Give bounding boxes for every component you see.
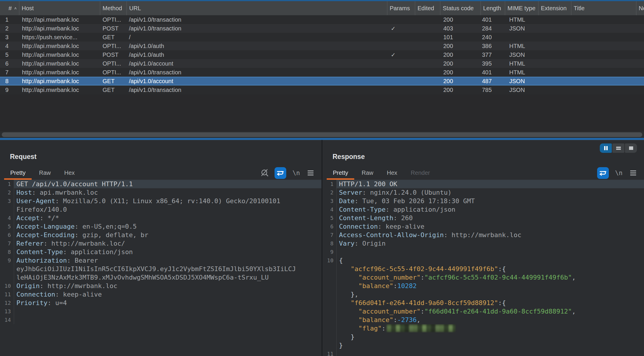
cell-url: /api/v1.0/auth: [127, 43, 387, 49]
cell-method: OPTI...: [100, 43, 127, 49]
line-content: Accept-Language: en-US,en;q=0.5: [14, 222, 321, 231]
cell-params: ✓: [387, 52, 415, 58]
cell-len: 401: [481, 69, 505, 76]
line-content: Priority: u=4: [14, 299, 321, 307]
column-header-num[interactable]: #∧: [0, 1, 19, 15]
layout-rows-button[interactable]: [612, 143, 624, 153]
editor-line: "balance":-2736,: [323, 316, 644, 324]
table-row[interactable]: 2http://api.mwrbank.locPOST/api/v1.0/tra…: [0, 24, 644, 33]
cell-method: POST: [100, 25, 127, 32]
panel-splitter-handle[interactable]: [0, 138, 644, 140]
line-number: [323, 282, 337, 290]
cell-method: OPTI...: [100, 60, 127, 67]
column-header-title[interactable]: Title: [571, 1, 636, 15]
line-number: 13: [0, 307, 14, 316]
request-tab-pretty[interactable]: Pretty: [4, 166, 32, 180]
cell-params: ✓: [387, 25, 415, 32]
response-tab-pretty[interactable]: Pretty: [326, 166, 355, 180]
cell-status: 200: [440, 87, 481, 93]
newline-chars-icon[interactable]: \n: [614, 169, 623, 177]
column-header-mime[interactable]: MIME type: [505, 1, 539, 15]
column-header-method[interactable]: Method: [100, 1, 127, 15]
editor-menu-icon[interactable]: [306, 169, 315, 177]
line-content: Authorization: Bearer: [14, 256, 321, 265]
table-row[interactable]: 5http://api.mwrbank.locPOST/api/v1.0/aut…: [0, 50, 644, 59]
request-editor[interactable]: 1GET /api/v1.0/account HTTP/1.12Host: ap…: [0, 180, 321, 356]
request-tab-raw[interactable]: Raw: [32, 166, 57, 180]
column-header-url[interactable]: URL: [127, 1, 387, 15]
editor-menu-icon[interactable]: [629, 169, 638, 177]
cell-url: /api/v1.0/account: [127, 78, 387, 85]
column-header-edited[interactable]: Edited: [415, 1, 440, 15]
cell-status: 200: [440, 60, 481, 67]
line-number: [323, 265, 337, 273]
cell-host: http://api.mwrbank.loc: [19, 43, 100, 49]
column-header-status[interactable]: Status code: [440, 1, 481, 15]
word-wrap-icon[interactable]: [275, 167, 286, 179]
line-content: {: [337, 256, 644, 265]
cell-status: 200: [440, 43, 481, 49]
editor-line: 5Content-Length: 260: [323, 214, 644, 222]
column-header-host[interactable]: Host: [19, 1, 100, 15]
cell-method: GET: [100, 34, 127, 41]
response-tab-render[interactable]: Render: [404, 166, 437, 180]
cell-len: 395: [481, 60, 505, 67]
request-editor-toolbar: \n: [260, 166, 315, 180]
editor-line: "balance":10282: [323, 282, 644, 290]
word-wrap-icon[interactable]: [597, 167, 609, 179]
cell-url: /api/v1.0/transaction: [127, 69, 387, 76]
table-row[interactable]: 4http://api.mwrbank.locOPTI.../api/v1.0/…: [0, 42, 644, 50]
table-row-selected[interactable]: 8http://api.mwrbank.locGET/api/v1.0/acco…: [0, 77, 644, 85]
redacted-flag-value: [387, 324, 455, 332]
layout-columns-button[interactable]: [600, 143, 612, 153]
cell-mime: HTML: [505, 69, 539, 76]
response-editor[interactable]: 1HTTP/1.1 200 OK2Server: nginx/1.24.0 (U…: [323, 180, 644, 356]
response-tab-raw[interactable]: Raw: [355, 166, 380, 180]
cell-url: /api/v1.0/auth: [127, 52, 387, 58]
newline-chars-icon[interactable]: \n: [292, 169, 301, 177]
table-header-row: #∧HostMethodURLParamsEditedStatus codeLe…: [0, 1, 644, 15]
editor-line: 9Authorization: Bearer: [0, 256, 321, 265]
editor-line: 11: [323, 350, 644, 356]
column-header-ext[interactable]: Extension: [539, 1, 571, 15]
cell-host: http://api.mwrbank.loc: [19, 69, 100, 76]
editor-line: 7Referer: http://mwrbank.loc/: [0, 239, 321, 248]
cell-mime: JSON: [505, 25, 539, 32]
cell-len: 401: [481, 16, 505, 23]
cell-num: 3: [0, 34, 19, 41]
search-disabled-icon[interactable]: [260, 169, 269, 177]
table-row[interactable]: 6http://api.mwrbank.locOPTI.../api/v1.0/…: [0, 59, 644, 68]
cell-num: 9: [0, 87, 19, 93]
line-content: Firefox/140.0: [14, 205, 321, 214]
table-row[interactable]: 1http://api.mwrbank.locOPTI.../api/v1.0/…: [0, 15, 644, 24]
line-number: 9: [0, 256, 14, 265]
line-number: 10: [323, 256, 337, 265]
cell-method: GET: [100, 78, 127, 85]
request-tab-hex[interactable]: Hex: [57, 166, 81, 180]
editor-line: 7Access-Control-Allow-Origin: http://mwr…: [323, 231, 644, 239]
editor-line: }: [323, 333, 644, 341]
column-header-len[interactable]: Length: [481, 1, 505, 15]
editor-line: 3User-Agent: Mozilla/5.0 (X11; Linux x86…: [0, 197, 321, 205]
cell-mime: HTML: [505, 60, 539, 67]
cell-len: 487: [481, 78, 505, 85]
burp-proxy-window: { "colors": { "accent_blue": "#2166a7", …: [0, 0, 644, 356]
http-history-table: #∧HostMethodURLParamsEditedStatus codeLe…: [0, 1, 644, 131]
table-row[interactable]: 7http://api.mwrbank.locOPTI.../api/v1.0/…: [0, 68, 644, 77]
column-header-note[interactable]: Note: [636, 1, 644, 15]
cell-status: 101: [440, 34, 481, 41]
layout-single-button[interactable]: [625, 143, 637, 153]
table-row[interactable]: 9http://api.mwrbank.locGET/api/v1.0/tran…: [0, 85, 644, 94]
line-content: Referer: http://mwrbank.loc/: [14, 239, 321, 248]
line-content: },: [337, 290, 644, 299]
cell-method: OPTI...: [100, 16, 127, 23]
line-content: Date: Tue, 03 Feb 2026 17:18:30 GMT: [337, 197, 644, 205]
table-row[interactable]: 3https://push.service...GET/101240: [0, 33, 644, 42]
cell-host: http://api.mwrbank.loc: [19, 78, 100, 85]
line-number: 1: [0, 180, 14, 188]
response-tab-hex[interactable]: Hex: [380, 166, 404, 180]
scrollbar-thumb[interactable]: [2, 132, 642, 137]
line-number: 14: [0, 316, 14, 324]
line-content: "account_number":"f66d041f-e264-41dd-9a6…: [337, 307, 644, 316]
column-header-params[interactable]: Params: [387, 1, 415, 15]
